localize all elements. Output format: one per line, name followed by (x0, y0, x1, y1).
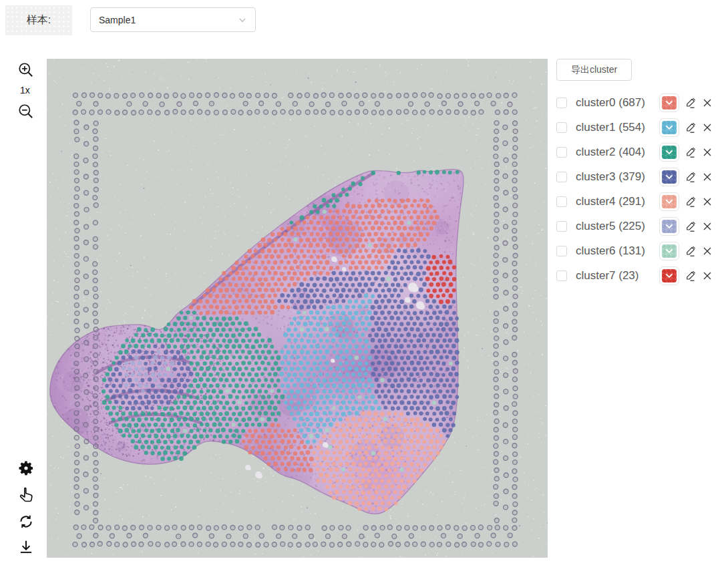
cluster-row-cluster7: cluster7 (23) (556, 266, 725, 286)
export-cluster-button[interactable]: 导出cluster (556, 59, 632, 81)
slide-viewer-stage (47, 59, 548, 558)
download-icon[interactable] (17, 538, 35, 556)
cluster-color-picker[interactable] (659, 192, 679, 211)
cluster-row-cluster0: cluster0 (687) (556, 93, 725, 113)
cluster-row-cluster5: cluster5 (225) (556, 216, 725, 236)
cluster-checkbox[interactable] (556, 122, 567, 133)
cluster-color-picker[interactable] (659, 217, 679, 236)
chevron-down-icon (238, 15, 247, 25)
cluster-color-swatch (662, 269, 677, 283)
close-icon[interactable] (702, 246, 713, 256)
chevron-down-icon (665, 100, 673, 106)
close-icon[interactable] (702, 172, 713, 182)
cluster-row-cluster1: cluster1 (554) (556, 118, 725, 138)
close-icon[interactable] (702, 270, 713, 281)
slide-viewer-canvas[interactable] (47, 59, 548, 558)
sample-select-value: Sample1 (99, 15, 136, 25)
cluster-row-cluster3: cluster3 (379) (556, 167, 725, 187)
cluster-checkbox[interactable] (556, 246, 567, 256)
cluster-list: cluster0 (687) cluster1 (554) (556, 93, 725, 291)
zoom-out-icon[interactable] (17, 103, 35, 120)
chevron-down-icon (665, 198, 673, 205)
close-icon[interactable] (702, 221, 713, 232)
refresh-icon[interactable] (17, 513, 35, 530)
cluster-label: cluster6 (131) (576, 244, 659, 258)
sample-label-text: 样本: (27, 13, 51, 27)
zoom-in-icon[interactable] (17, 61, 35, 79)
cluster-color-picker[interactable] (659, 242, 679, 260)
cluster-checkbox[interactable] (556, 147, 567, 158)
close-icon[interactable] (702, 98, 713, 108)
cluster-color-picker[interactable] (659, 266, 679, 285)
cluster-color-picker[interactable] (659, 118, 679, 137)
edit-icon[interactable] (685, 171, 697, 183)
sample-select[interactable]: Sample1 (90, 7, 256, 32)
cluster-color-swatch (662, 195, 677, 208)
chevron-down-icon (665, 124, 673, 131)
cluster-row-cluster4: cluster4 (291) (556, 192, 725, 212)
zoom-level-indicator: 1x (20, 85, 30, 96)
edit-icon[interactable] (685, 220, 697, 232)
cluster-label: cluster5 (225) (576, 220, 659, 233)
cluster-label: cluster4 (291) (576, 195, 659, 208)
gear-icon[interactable] (17, 459, 35, 477)
chevron-down-icon (665, 272, 673, 279)
cluster-checkbox[interactable] (556, 172, 567, 182)
cluster-color-picker[interactable] (659, 168, 679, 186)
cluster-color-swatch (662, 244, 677, 258)
close-icon[interactable] (702, 122, 713, 133)
cluster-color-picker[interactable] (659, 93, 679, 112)
cluster-color-swatch (662, 121, 677, 134)
cluster-color-picker[interactable] (659, 143, 679, 162)
edit-icon[interactable] (685, 122, 697, 134)
cluster-label: cluster3 (379) (576, 170, 659, 184)
cluster-row-cluster2: cluster2 (404) (556, 142, 725, 162)
cluster-label: cluster2 (404) (576, 146, 659, 159)
cluster-color-swatch (662, 170, 677, 184)
chevron-down-icon (665, 174, 673, 180)
edit-icon[interactable] (685, 245, 697, 257)
close-icon[interactable] (702, 147, 713, 158)
cluster-color-swatch (662, 220, 677, 233)
edit-icon[interactable] (685, 196, 697, 208)
chevron-down-icon (665, 149, 673, 156)
edit-icon[interactable] (685, 146, 697, 158)
edit-icon[interactable] (685, 97, 697, 109)
cluster-label: cluster0 (687) (576, 96, 659, 110)
cluster-color-swatch (662, 96, 677, 110)
cluster-checkbox[interactable] (556, 196, 567, 207)
sample-label: 样本: (5, 5, 72, 35)
cluster-label: cluster7 (23) (576, 269, 659, 283)
chevron-down-icon (665, 248, 673, 254)
cluster-color-swatch (662, 146, 677, 159)
cluster-row-cluster6: cluster6 (131) (556, 241, 725, 261)
cluster-checkbox[interactable] (556, 98, 567, 108)
chevron-down-icon (665, 223, 673, 230)
edit-icon[interactable] (685, 270, 697, 282)
cluster-checkbox[interactable] (556, 221, 567, 232)
close-icon[interactable] (702, 196, 713, 207)
hand-pointer-icon[interactable] (17, 486, 35, 504)
cluster-checkbox[interactable] (556, 270, 567, 281)
cluster-label: cluster1 (554) (576, 121, 659, 134)
